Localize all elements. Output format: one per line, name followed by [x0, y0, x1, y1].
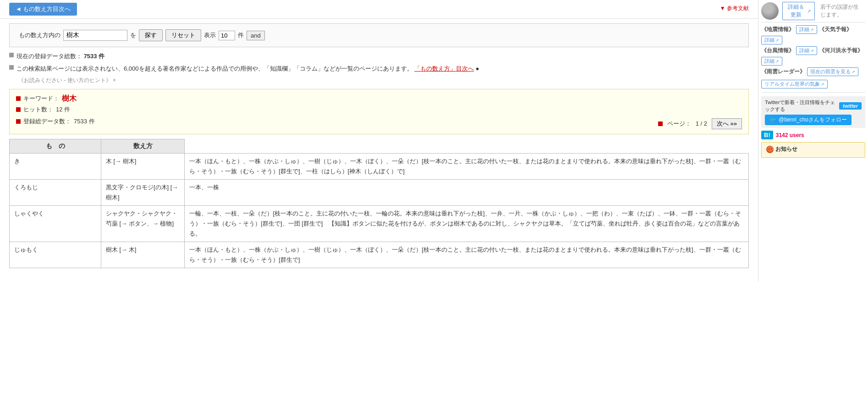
and-label: and — [247, 31, 265, 40]
table-row: くろもじ黒文字・クロモジ[の木] [→ 樹木]一本、一株 — [10, 179, 749, 205]
earthquake-widget: 《地震情報》 詳細 ↗ 《天気予報》 詳細 ↗ — [761, 25, 865, 44]
result-table: も の 数え方 き木 [→ 樹木]一本（ほん・もと）、一株（かぶ・しゅ）、一樹（… — [9, 139, 749, 269]
table-cell-thing: シャクヤク・シャクヤク・芍薬 [→ ボタン、→ 植物] — [101, 205, 185, 242]
twitter-section: Twitterで新着・注目情報をチェックする twitter 🐦 @benri_… — [761, 96, 865, 128]
notice-icon: ⓘ — [766, 146, 774, 153]
avatar-image — [761, 2, 779, 20]
notice-title-row: ⓘ お知らせ — [766, 145, 860, 153]
hatena-row: B! 3142 users — [761, 131, 865, 139]
display-unit: 件 — [238, 31, 244, 39]
table-cell-thing: 樹木 [→ 木] — [101, 242, 185, 268]
search-row: もの数え方内の を 探す リセット 表示 件 and — [19, 29, 739, 41]
keyword-row: キーワード： 樹木 — [16, 94, 742, 104]
rain-link-2[interactable]: リアルタイム世界の気象 ↗ — [761, 80, 828, 88]
hatena-count: 3142 users — [776, 132, 804, 138]
table-cell-thing: 黒文字・クロモジ[の木] [→ 樹木] — [101, 179, 185, 205]
notice-section: ⓘ お知らせ — [761, 142, 865, 158]
total-label: 登録総データ数： — [23, 117, 71, 126]
table-row: しゃくやくシャクヤク・シャクヤク・芍薬 [→ ボタン、→ 植物]一輪、一本、一枝… — [10, 205, 749, 242]
weather-detail-link[interactable]: 詳細 ↗ — [761, 36, 782, 44]
page-label: ページ： — [667, 120, 691, 128]
hint-link[interactable]: 《お読みください - 使い方のヒント》 + — [18, 77, 740, 84]
typhoon-detail-link[interactable]: 詳細 ↗ — [796, 46, 817, 55]
error-message: 若干の誤謬が生じます。 — [819, 2, 865, 20]
note-row: この検索結果ページには表示されない、6,000を超える著名作家などによる作品での… — [9, 64, 749, 74]
twitter-follow-button[interactable]: 🐦 @benri_choさんをフォロー — [765, 115, 852, 125]
hit-count: 12 件 — [56, 105, 70, 114]
total-row: 登録総データ数： 7533 件 — [16, 117, 95, 126]
next-button[interactable]: 次へ »» — [712, 118, 742, 129]
table-cell-id: しゃくやく — [10, 205, 101, 242]
notice-label: お知らせ — [775, 145, 797, 153]
total-count-row: 現在の登録データ総数： 7533 件 — [9, 52, 749, 61]
twitter-check-row: Twitterで新着・注目情報をチェックする twitter — [765, 99, 862, 113]
note-text: この検索結果ページには表示されない、6,000を超える著名作家などによる作品での… — [16, 64, 479, 74]
twitter-check-label: Twitterで新着・注目情報をチェックする — [765, 99, 836, 113]
weather-label: 《天気予報》 — [819, 26, 852, 33]
table-cell-count: 一本（ほん・もと）、一株（かぶ・しゅ）、一樹（じゅ）、一木（ぼく）、一朵（だ）[… — [185, 153, 749, 179]
display-label: 表示 — [204, 31, 216, 39]
info-square-1 — [9, 53, 14, 57]
display-count-input[interactable] — [219, 31, 235, 40]
total-count: 7533 件 — [74, 117, 95, 126]
reset-button[interactable]: リセット — [165, 29, 201, 41]
kw-value: 樹木 — [62, 94, 77, 104]
sidebar-top: 詳細＆ 更新 ↗ 若干の誤謬が生じます。 — [761, 0, 865, 22]
table-cell-count: 一輪、一本、一枝、一朵（だ）[枝一本のこと。主に花の付いた一枝、一輪の花。本来の… — [185, 205, 749, 242]
search-input[interactable] — [63, 30, 127, 41]
flood-label: 《河川洪水予報》 — [819, 47, 863, 55]
detail-update-button[interactable]: 詳細＆ 更新 ↗ — [782, 2, 815, 20]
earthquake-label: 《地震情報》 — [761, 26, 794, 33]
total-count-text: 現在の登録データ総数： 7533 件 — [16, 52, 104, 61]
avatar — [761, 2, 779, 20]
table-cell-thing: 木 [→ 樹木] — [101, 153, 185, 179]
twitter-bird-icon: 🐦 — [769, 116, 777, 123]
rain-link-1[interactable]: 現在の雨雲を見る ↗ — [807, 67, 858, 76]
back-button[interactable]: もの数え方目次へ — [9, 3, 77, 16]
page-value: 1 / 2 — [696, 120, 707, 127]
typhoon-widget: 《台風情報》 詳細 ↗ 《河川洪水予報》 詳細 ↗ — [761, 46, 865, 66]
kw-square-1 — [16, 96, 21, 101]
rain-radar-widget: 《雨雲レーダー》 現在の雨雲を見る ↗ — [761, 67, 865, 76]
info-square-2 — [9, 65, 14, 70]
col-header-thing: も の — [10, 139, 101, 153]
search-prefix: もの数え方内の — [19, 31, 60, 39]
typhoon-label: 《台風情報》 — [761, 47, 794, 55]
table-cell-id: くろもじ — [10, 179, 101, 205]
earthquake-detail-link[interactable]: 詳細 ↗ — [796, 25, 817, 34]
page-square — [658, 121, 663, 126]
hatena-b-icon: B! — [761, 131, 773, 139]
search-suffix-label: を — [130, 31, 136, 39]
top-nav: もの数え方目次へ 参考文献 — [0, 0, 758, 19]
hit-row: ヒット数： 12 件 — [16, 105, 742, 114]
page-nav: ページ： 1 / 2 次へ »» — [658, 118, 742, 129]
keyword-section: キーワード： 樹木 ヒット数： 12 件 登録総データ数： 7533 件 ページ… — [9, 89, 749, 134]
sidebar-divider-1 — [761, 92, 865, 93]
info-section: 現在の登録データ総数： 7533 件 この検索結果ページには表示されない、6,0… — [9, 52, 749, 84]
search-button[interactable]: 探す — [139, 29, 163, 41]
rain-label: 《雨雲レーダー》 — [761, 68, 805, 76]
rain-radar-link2: リアルタイム世界の気象 ↗ — [761, 78, 865, 88]
search-section: もの数え方内の を 探す リセット 表示 件 and — [9, 23, 749, 47]
sidebar: 詳細＆ 更新 ↗ 若干の誤謬が生じます。 《地震情報》 詳細 ↗ 《天気予報》 … — [758, 0, 868, 282]
reference-link[interactable]: 参考文献 — [720, 5, 749, 12]
table-cell-count: 一本、一株 — [185, 179, 749, 205]
table-row: き木 [→ 樹木]一本（ほん・もと）、一株（かぶ・しゅ）、一樹（じゅ）、一木（ぼ… — [10, 153, 749, 179]
kw-square-2 — [16, 107, 21, 112]
table-cell-id: き — [10, 153, 101, 179]
kw-label: キーワード： — [23, 94, 59, 103]
flood-detail-link[interactable]: 詳細 ↗ — [761, 57, 782, 66]
hit-label: ヒット数： — [23, 105, 53, 114]
col-header-count: 数え方 — [101, 139, 185, 153]
table-cell-id: じゅもく — [10, 242, 101, 268]
table-cell-count: 一本（ほん・もと）、一株（かぶ・しゅ）、一樹（じゅ）、一木（ぼく）、一朵（だ）[… — [185, 242, 749, 268]
note-link[interactable]: 「もの数え方」目次へ — [414, 65, 474, 72]
kw-square-3 — [16, 119, 21, 124]
table-row: じゅもく樹木 [→ 木]一本（ほん・もと）、一株（かぶ・しゅ）、一樹（じゅ）、一… — [10, 242, 749, 268]
twitter-logo: twitter — [839, 102, 862, 110]
